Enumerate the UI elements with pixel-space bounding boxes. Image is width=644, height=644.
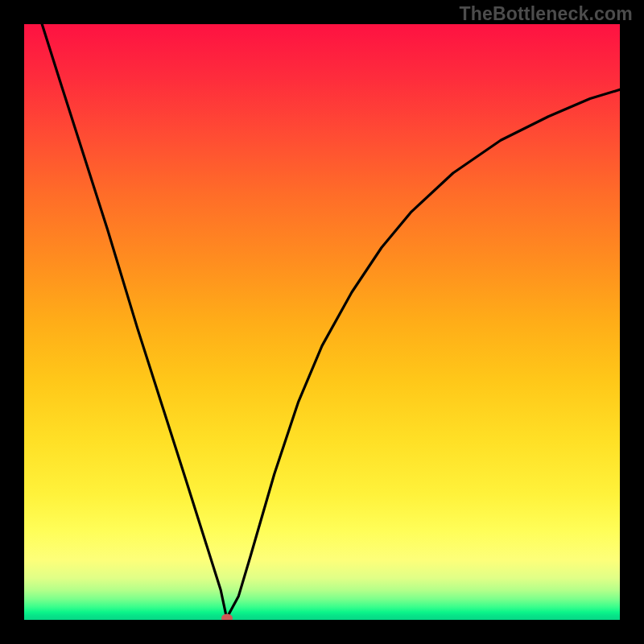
plot-area <box>24 24 620 620</box>
watermark-text: TheBottleneck.com <box>459 3 633 25</box>
optimal-point-marker <box>221 613 233 620</box>
chart-frame: TheBottleneck.com <box>0 0 644 644</box>
bottleneck-curve <box>24 24 620 620</box>
